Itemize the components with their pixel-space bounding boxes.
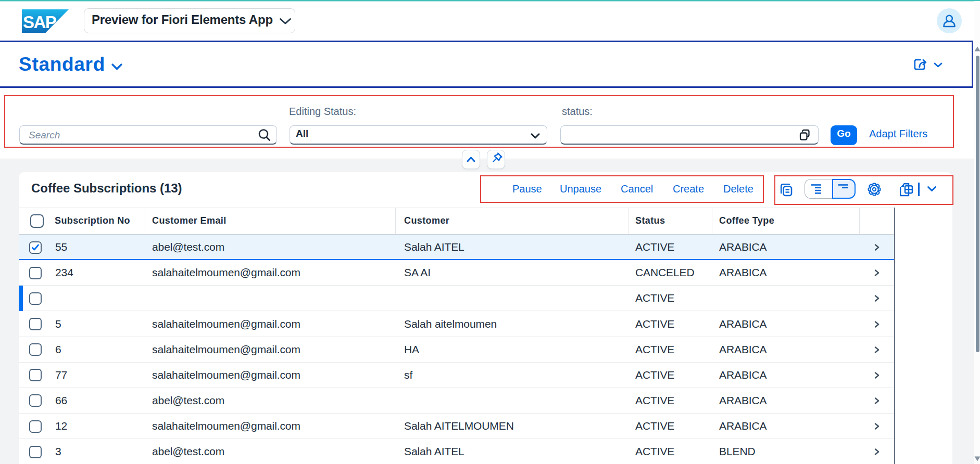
svg-text:SAP: SAP bbox=[23, 12, 56, 32]
